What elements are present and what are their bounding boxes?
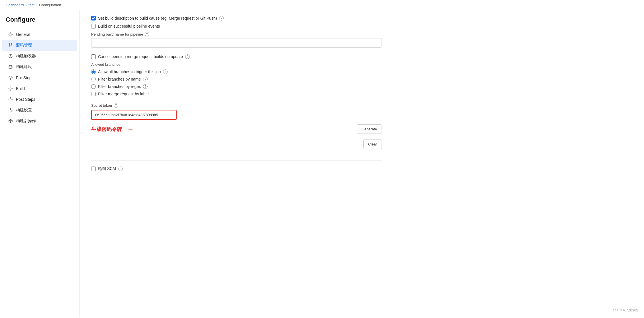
filter-regex-help-icon[interactable]: ? <box>143 84 148 89</box>
build-gear-icon <box>8 86 13 91</box>
sidebar-item-general[interactable]: General <box>2 29 77 40</box>
sidebar-item-pre-steps[interactable]: Pre Steps <box>2 72 77 83</box>
poststep-gear-icon <box>8 97 13 102</box>
sidebar-item-build-settings-label: 构建设置 <box>16 108 32 113</box>
svg-point-6 <box>10 77 11 79</box>
sidebar-item-pre-steps-label: Pre Steps <box>16 75 33 80</box>
secret-token-help-icon[interactable]: ? <box>114 103 118 108</box>
filter-name-help-icon[interactable]: ? <box>143 77 148 81</box>
breadcrumb-sep-1: › <box>26 3 27 7</box>
svg-point-8 <box>10 99 11 100</box>
filter-name-row: Filter branches by name ? <box>91 77 382 81</box>
sidebar-item-build-env-label: 构建环境 <box>16 64 32 69</box>
svg-point-3 <box>9 46 10 47</box>
secret-token-label: Secret token ? <box>91 103 382 108</box>
breadcrumb-configuration: Configuration <box>39 3 61 7</box>
generate-area: 生成密码令牌 → Generate <box>91 124 382 134</box>
poll-scm-row: 轮询 SCM ? <box>91 166 382 171</box>
sidebar-item-build-settings[interactable]: 构建设置 <box>2 105 77 116</box>
filter-regex-label[interactable]: Filter branches by regex <box>98 84 141 89</box>
cancel-pending-label[interactable]: Cancel pending merge request builds on u… <box>98 54 183 59</box>
poll-scm-label[interactable]: 轮询 SCM <box>98 166 116 171</box>
cancel-pending-help-icon[interactable]: ? <box>185 54 190 59</box>
settings-gear-icon <box>8 108 13 113</box>
sidebar-item-build-trigger-label: 构建触发器 <box>16 54 36 59</box>
all-branches-row: Allow all branches to trigger this job ? <box>91 69 382 74</box>
pending-build-help-icon[interactable]: ? <box>145 32 149 36</box>
pending-build-label: Pending build name for pipeline ? <box>91 32 382 36</box>
filter-regex-row: Filter branches by regex ? <box>91 84 382 89</box>
sidebar-item-post-build-label: 构建后操作 <box>16 118 36 124</box>
filter-merge-row: Filter merge request by label <box>91 92 382 96</box>
filter-regex-radio[interactable] <box>91 84 96 89</box>
poll-scm-checkbox[interactable] <box>91 167 96 171</box>
cube-icon <box>8 118 13 124</box>
sidebar-item-source-mgmt-label: 源码管理 <box>16 43 32 48</box>
sidebar-item-post-build[interactable]: 构建后操作 <box>2 116 77 126</box>
all-branches-label[interactable]: Allow all branches to trigger this job <box>98 69 161 74</box>
sidebar-title: Configure <box>0 16 80 29</box>
svg-point-2 <box>11 44 12 44</box>
gear-icon <box>8 32 13 37</box>
main-content: Set build description to build cause (eg… <box>80 10 393 317</box>
filter-name-label[interactable]: Filter branches by name <box>98 77 141 81</box>
generate-button[interactable]: Generate <box>357 124 382 134</box>
poll-scm-help-icon[interactable]: ? <box>118 167 123 171</box>
pending-build-section: Pending build name for pipeline ? <box>91 32 382 48</box>
allowed-branches-label: Allowed branches <box>91 62 382 67</box>
build-success-checkbox[interactable] <box>91 24 96 28</box>
breadcrumb-dashboard[interactable]: Dashboard <box>6 3 24 7</box>
breadcrumb-test[interactable]: test <box>28 3 34 7</box>
sidebar: Configure General 源码管理 <box>0 10 80 317</box>
cancel-pending-checkbox[interactable] <box>91 54 96 59</box>
cancel-pending-row: Cancel pending merge request builds on u… <box>91 54 382 59</box>
build-desc-row: Set build description to build cause (eg… <box>91 16 382 20</box>
build-success-label[interactable]: Build on successful pipeline events <box>98 24 160 28</box>
sidebar-item-build-env[interactable]: 构建环境 <box>2 61 77 72</box>
sidebar-item-post-steps[interactable]: Post Steps <box>2 94 77 105</box>
filter-merge-checkbox[interactable] <box>91 92 96 96</box>
all-branches-help-icon[interactable]: ? <box>163 69 168 74</box>
secret-token-section: Secret token ? 生成密码令牌 → Generate Clear <box>91 103 382 149</box>
filter-merge-label[interactable]: Filter merge request by label <box>98 92 148 96</box>
all-branches-radio[interactable] <box>91 69 96 74</box>
build-desc-label[interactable]: Set build description to build cause (eg… <box>98 16 217 20</box>
pending-build-input[interactable] <box>91 38 382 48</box>
sidebar-item-general-label: General <box>16 32 30 37</box>
svg-point-9 <box>10 110 11 111</box>
watermark: CSDN 众入生示例 <box>613 308 638 312</box>
svg-point-7 <box>10 88 11 89</box>
filter-name-radio[interactable] <box>91 77 96 81</box>
svg-point-0 <box>10 34 11 35</box>
annotation-text: 生成密码令牌 <box>91 126 122 133</box>
annotation-arrow-icon: → <box>127 125 134 133</box>
allowed-branches-section: Allowed branches Allow all branches to t… <box>91 62 382 96</box>
breadcrumb-sep-2: › <box>36 3 37 7</box>
branch-icon <box>8 43 13 48</box>
sidebar-item-build[interactable]: Build <box>2 83 77 94</box>
prestep-gear-icon <box>8 75 13 80</box>
sidebar-item-source-mgmt[interactable]: 源码管理 <box>2 40 77 51</box>
bottom-section: 轮询 SCM ? <box>91 160 382 171</box>
svg-point-1 <box>9 44 10 44</box>
secret-token-input[interactable] <box>91 110 177 120</box>
sidebar-item-build-label: Build <box>16 86 25 91</box>
globe-icon <box>8 64 13 69</box>
sidebar-item-build-trigger[interactable]: 构建触发器 <box>2 51 77 61</box>
sidebar-item-post-steps-label: Post Steps <box>16 97 35 102</box>
build-desc-help-icon[interactable]: ? <box>219 16 224 20</box>
breadcrumb: Dashboard › test › Configuration <box>0 0 644 10</box>
clear-button[interactable]: Clear <box>363 139 382 149</box>
token-row <box>91 110 382 120</box>
clock-icon <box>8 54 13 59</box>
build-desc-checkbox[interactable] <box>91 16 96 20</box>
build-success-row: Build on successful pipeline events <box>91 24 382 28</box>
